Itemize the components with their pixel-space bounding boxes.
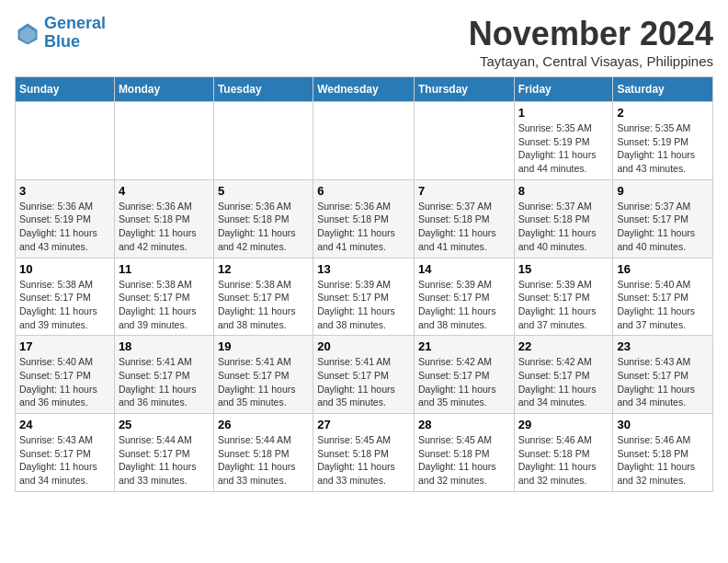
day-number: 14 <box>418 262 510 276</box>
day-number: 17 <box>19 339 110 353</box>
day-number: 6 <box>317 184 410 198</box>
day-number: 13 <box>317 262 410 276</box>
day-info: Sunrise: 5:38 AM Sunset: 5:17 PM Dayligh… <box>19 278 110 332</box>
calendar-cell: 15Sunrise: 5:39 AM Sunset: 5:17 PM Dayli… <box>514 258 613 336</box>
day-number: 3 <box>19 184 110 198</box>
day-info: Sunrise: 5:43 AM Sunset: 5:17 PM Dayligh… <box>19 433 110 488</box>
weekday-header-saturday: Saturday <box>613 77 713 102</box>
calendar-cell <box>16 102 115 180</box>
title-block: November 2024 Taytayan, Central Visayas,… <box>469 15 713 69</box>
day-number: 22 <box>518 339 609 353</box>
calendar-cell: 27Sunrise: 5:45 AM Sunset: 5:18 PM Dayli… <box>313 414 415 492</box>
day-info: Sunrise: 5:36 AM Sunset: 5:19 PM Dayligh… <box>19 200 110 254</box>
weekday-header-monday: Monday <box>114 77 213 102</box>
calendar-cell: 11Sunrise: 5:38 AM Sunset: 5:17 PM Dayli… <box>114 258 213 336</box>
calendar-cell: 1Sunrise: 5:35 AM Sunset: 5:19 PM Daylig… <box>514 102 613 180</box>
day-info: Sunrise: 5:45 AM Sunset: 5:18 PM Dayligh… <box>317 433 410 488</box>
day-number: 21 <box>418 339 510 353</box>
logo: General Blue <box>15 15 106 52</box>
calendar-cell <box>414 102 514 180</box>
day-info: Sunrise: 5:46 AM Sunset: 5:18 PM Dayligh… <box>518 433 609 488</box>
day-info: Sunrise: 5:38 AM Sunset: 5:17 PM Dayligh… <box>218 278 309 332</box>
day-info: Sunrise: 5:36 AM Sunset: 5:18 PM Dayligh… <box>218 200 309 254</box>
calendar-cell: 29Sunrise: 5:46 AM Sunset: 5:18 PM Dayli… <box>514 414 613 492</box>
day-number: 2 <box>617 106 709 120</box>
calendar-cell <box>313 102 415 180</box>
page-header: General Blue November 2024 Taytayan, Cen… <box>15 15 713 69</box>
calendar-week-row: 17Sunrise: 5:40 AM Sunset: 5:17 PM Dayli… <box>16 336 713 414</box>
weekday-header-friday: Friday <box>514 77 613 102</box>
day-number: 15 <box>518 262 609 276</box>
day-number: 23 <box>617 339 709 353</box>
day-number: 5 <box>218 184 309 198</box>
calendar-cell <box>213 102 313 180</box>
day-info: Sunrise: 5:35 AM Sunset: 5:19 PM Dayligh… <box>518 121 609 176</box>
month-title: November 2024 <box>469 15 713 53</box>
calendar-cell: 19Sunrise: 5:41 AM Sunset: 5:17 PM Dayli… <box>213 336 313 414</box>
calendar-week-row: 3Sunrise: 5:36 AM Sunset: 5:19 PM Daylig… <box>16 179 713 258</box>
weekday-header-tuesday: Tuesday <box>213 77 313 102</box>
logo-text: General Blue <box>44 15 106 52</box>
calendar-cell: 9Sunrise: 5:37 AM Sunset: 5:17 PM Daylig… <box>613 179 713 258</box>
day-info: Sunrise: 5:45 AM Sunset: 5:18 PM Dayligh… <box>418 433 510 488</box>
calendar-cell: 23Sunrise: 5:43 AM Sunset: 5:17 PM Dayli… <box>613 336 713 414</box>
day-number: 28 <box>418 418 510 431</box>
day-number: 27 <box>317 418 410 431</box>
day-number: 9 <box>617 184 709 198</box>
calendar-cell: 24Sunrise: 5:43 AM Sunset: 5:17 PM Dayli… <box>16 414 115 492</box>
day-number: 18 <box>119 339 210 353</box>
day-info: Sunrise: 5:44 AM Sunset: 5:17 PM Dayligh… <box>119 433 210 488</box>
day-number: 1 <box>518 106 609 120</box>
day-info: Sunrise: 5:43 AM Sunset: 5:17 PM Dayligh… <box>617 355 709 409</box>
day-number: 24 <box>19 418 110 431</box>
day-info: Sunrise: 5:35 AM Sunset: 5:19 PM Dayligh… <box>617 121 709 176</box>
day-info: Sunrise: 5:40 AM Sunset: 5:17 PM Dayligh… <box>19 355 110 409</box>
weekday-header-sunday: Sunday <box>16 77 115 102</box>
calendar-cell: 3Sunrise: 5:36 AM Sunset: 5:19 PM Daylig… <box>16 179 115 258</box>
day-number: 16 <box>617 262 709 276</box>
day-info: Sunrise: 5:42 AM Sunset: 5:17 PM Dayligh… <box>418 355 510 409</box>
calendar-cell: 18Sunrise: 5:41 AM Sunset: 5:17 PM Dayli… <box>114 336 213 414</box>
calendar-cell: 20Sunrise: 5:41 AM Sunset: 5:17 PM Dayli… <box>313 336 415 414</box>
day-info: Sunrise: 5:37 AM Sunset: 5:18 PM Dayligh… <box>518 200 609 254</box>
day-info: Sunrise: 5:41 AM Sunset: 5:17 PM Dayligh… <box>119 355 210 409</box>
calendar-cell: 7Sunrise: 5:37 AM Sunset: 5:18 PM Daylig… <box>414 179 514 258</box>
day-number: 25 <box>119 418 210 431</box>
calendar-cell: 10Sunrise: 5:38 AM Sunset: 5:17 PM Dayli… <box>16 258 115 336</box>
day-number: 12 <box>218 262 309 276</box>
calendar-cell: 4Sunrise: 5:36 AM Sunset: 5:18 PM Daylig… <box>114 179 213 258</box>
day-number: 30 <box>617 418 709 431</box>
calendar-cell: 12Sunrise: 5:38 AM Sunset: 5:17 PM Dayli… <box>213 258 313 336</box>
location-subtitle: Taytayan, Central Visayas, Philippines <box>469 53 713 69</box>
day-info: Sunrise: 5:37 AM Sunset: 5:17 PM Dayligh… <box>617 200 709 254</box>
calendar-week-row: 10Sunrise: 5:38 AM Sunset: 5:17 PM Dayli… <box>16 258 713 336</box>
calendar-cell: 26Sunrise: 5:44 AM Sunset: 5:18 PM Dayli… <box>213 414 313 492</box>
day-info: Sunrise: 5:36 AM Sunset: 5:18 PM Dayligh… <box>119 200 210 254</box>
day-info: Sunrise: 5:44 AM Sunset: 5:18 PM Dayligh… <box>218 433 309 488</box>
calendar-cell: 22Sunrise: 5:42 AM Sunset: 5:17 PM Dayli… <box>514 336 613 414</box>
calendar-cell: 5Sunrise: 5:36 AM Sunset: 5:18 PM Daylig… <box>213 179 313 258</box>
day-number: 4 <box>119 184 210 198</box>
calendar-cell: 17Sunrise: 5:40 AM Sunset: 5:17 PM Dayli… <box>16 336 115 414</box>
day-number: 29 <box>518 418 609 431</box>
calendar-cell: 14Sunrise: 5:39 AM Sunset: 5:17 PM Dayli… <box>414 258 514 336</box>
logo-icon <box>15 20 40 46</box>
day-info: Sunrise: 5:38 AM Sunset: 5:17 PM Dayligh… <box>119 278 210 332</box>
calendar-cell: 30Sunrise: 5:46 AM Sunset: 5:18 PM Dayli… <box>613 414 713 492</box>
calendar-cell: 13Sunrise: 5:39 AM Sunset: 5:17 PM Dayli… <box>313 258 415 336</box>
day-info: Sunrise: 5:42 AM Sunset: 5:17 PM Dayligh… <box>518 355 609 409</box>
day-number: 7 <box>418 184 510 198</box>
day-info: Sunrise: 5:40 AM Sunset: 5:17 PM Dayligh… <box>617 278 709 332</box>
day-number: 11 <box>119 262 210 276</box>
day-info: Sunrise: 5:39 AM Sunset: 5:17 PM Dayligh… <box>418 278 510 332</box>
calendar-cell: 21Sunrise: 5:42 AM Sunset: 5:17 PM Dayli… <box>414 336 514 414</box>
calendar-cell <box>114 102 213 180</box>
day-info: Sunrise: 5:36 AM Sunset: 5:18 PM Dayligh… <box>317 200 410 254</box>
day-info: Sunrise: 5:39 AM Sunset: 5:17 PM Dayligh… <box>317 278 410 332</box>
day-number: 19 <box>218 339 309 353</box>
day-info: Sunrise: 5:41 AM Sunset: 5:17 PM Dayligh… <box>218 355 309 409</box>
calendar-week-row: 24Sunrise: 5:43 AM Sunset: 5:17 PM Dayli… <box>16 414 713 492</box>
calendar-week-row: 1Sunrise: 5:35 AM Sunset: 5:19 PM Daylig… <box>16 102 713 180</box>
calendar-cell: 6Sunrise: 5:36 AM Sunset: 5:18 PM Daylig… <box>313 179 415 258</box>
day-info: Sunrise: 5:37 AM Sunset: 5:18 PM Dayligh… <box>418 200 510 254</box>
